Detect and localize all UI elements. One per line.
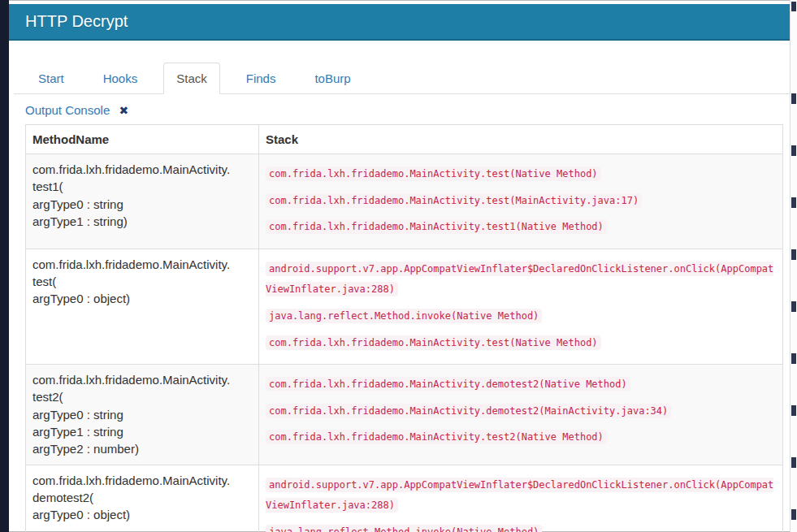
- tab-start[interactable]: Start: [25, 63, 77, 94]
- column-header-methodname: MethodName: [26, 125, 259, 154]
- tab-label[interactable]: toBurp: [301, 63, 363, 94]
- stack-frame-code: com.frida.lxh.fridademo.MainActivity.tes…: [266, 430, 607, 444]
- stack-frame: com.frida.lxh.fridademo.MainActivity.dem…: [266, 373, 776, 394]
- table-row: com.frida.lxh.fridademo.MainActivity. te…: [26, 154, 783, 249]
- tab-toburp[interactable]: toBurp: [301, 63, 363, 94]
- tab-label[interactable]: Finds: [233, 63, 289, 94]
- table-header-row: MethodName Stack: [26, 125, 783, 154]
- stack-frame: com.frida.lxh.fridademo.MainActivity.tes…: [266, 162, 776, 184]
- table-row: com.frida.lxh.fridademo.MainActivity. te…: [26, 365, 783, 465]
- stack-frame-code: com.frida.lxh.fridademo.MainActivity.tes…: [266, 335, 601, 350]
- page-title: HTTP Decrypt: [9, 4, 128, 39]
- close-icon[interactable]: ✖: [119, 104, 128, 117]
- right-scrollbar[interactable]: [790, 0, 797, 532]
- stack-cell: android.support.v7.app.AppCompatViewInfl…: [259, 249, 783, 364]
- tab-label[interactable]: Stack: [163, 63, 220, 94]
- tab-finds[interactable]: Finds: [233, 63, 289, 94]
- stack-frame-code: com.frida.lxh.fridademo.MainActivity.dem…: [266, 404, 671, 418]
- tab-stack[interactable]: Stack: [163, 63, 220, 94]
- method-name-cell: com.frida.lxh.fridademo.MainActivity. te…: [26, 249, 259, 364]
- stack-table: MethodName Stack com.frida.lxh.fridademo…: [25, 124, 783, 532]
- tab-hooks[interactable]: Hooks: [90, 63, 151, 94]
- stack-frame: com.frida.lxh.fridademo.MainActivity.tes…: [266, 426, 776, 447]
- table-row: com.frida.lxh.fridademo.MainActivity. te…: [26, 249, 783, 364]
- stack-frame: com.frida.lxh.fridademo.MainActivity.dem…: [266, 400, 776, 421]
- app-header: HTTP Decrypt: [9, 4, 790, 41]
- stack-frame: android.support.v7.app.AppCompatViewInfl…: [266, 257, 776, 299]
- tab-label[interactable]: Hooks: [90, 63, 151, 94]
- stack-frame-code: com.frida.lxh.fridademo.MainActivity.tes…: [266, 219, 607, 234]
- stack-frame-code: java.lang.reflect.Method.invoke(Native M…: [266, 525, 542, 532]
- stack-frame: com.frida.lxh.fridademo.MainActivity.tes…: [266, 189, 776, 210]
- method-name-cell: com.frida.lxh.fridademo.MainActivity. te…: [26, 365, 259, 465]
- app-window: HTTP Decrypt StartHooksStackFindstoBurp …: [0, 0, 797, 532]
- stack-frame: com.frida.lxh.fridademo.MainActivity.tes…: [266, 331, 776, 353]
- scrollbar-markers: [791, 93, 796, 532]
- method-name-cell: com.frida.lxh.fridademo.MainActivity. de…: [26, 465, 259, 532]
- stack-cell: android.support.v7.app.AppCompatViewInfl…: [259, 465, 783, 532]
- stack-cell: com.frida.lxh.fridademo.MainActivity.tes…: [259, 154, 783, 249]
- stack-frame: java.lang.reflect.Method.invoke(Native M…: [266, 521, 776, 532]
- stack-frame-code: android.support.v7.app.AppCompatViewInfl…: [266, 478, 773, 513]
- stack-frame: com.frida.lxh.fridademo.MainActivity.tes…: [266, 215, 776, 236]
- table-row: com.frida.lxh.fridademo.MainActivity. de…: [26, 465, 783, 532]
- left-edge-strip: [0, 0, 9, 532]
- stack-frame-code: java.lang.reflect.Method.invoke(Native M…: [266, 309, 542, 323]
- stack-frame-code: android.support.v7.app.AppCompatViewInfl…: [266, 262, 773, 297]
- column-header-stack: Stack: [259, 125, 783, 154]
- output-console-link[interactable]: Output Console: [25, 103, 110, 117]
- stack-frame-code: com.frida.lxh.fridademo.MainActivity.tes…: [266, 193, 642, 208]
- stack-frame: android.support.v7.app.AppCompatViewInfl…: [266, 474, 776, 515]
- stack-cell: com.frida.lxh.fridademo.MainActivity.dem…: [259, 365, 783, 465]
- output-console-row: Output Console ✖: [25, 103, 790, 117]
- stack-frame-code: com.frida.lxh.fridademo.MainActivity.dem…: [266, 377, 630, 391]
- tab-bar: StartHooksStackFindstoBurp: [14, 63, 790, 94]
- page-content: HTTP Decrypt StartHooksStackFindstoBurp …: [9, 0, 790, 532]
- stack-frame: java.lang.reflect.Method.invoke(Native M…: [266, 305, 776, 326]
- method-name-cell: com.frida.lxh.fridademo.MainActivity. te…: [26, 154, 259, 249]
- tab-label[interactable]: Start: [25, 63, 77, 94]
- stack-frame-code: com.frida.lxh.fridademo.MainActivity.tes…: [266, 167, 601, 181]
